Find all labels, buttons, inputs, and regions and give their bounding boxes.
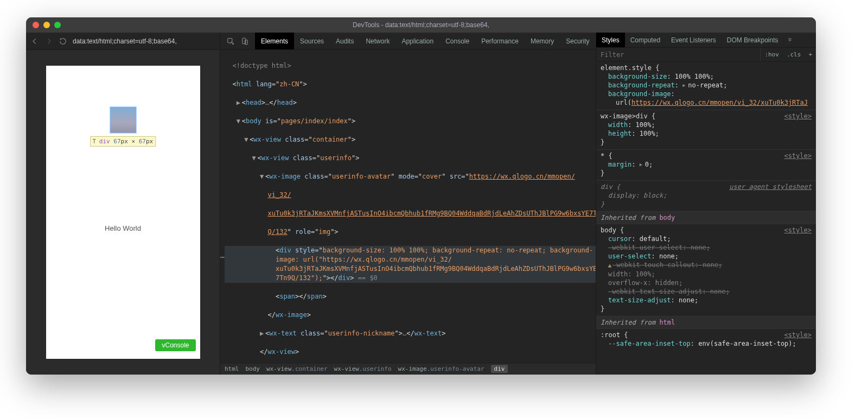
minimize-window-button[interactable] — [43, 22, 50, 28]
tab-audits[interactable]: Audits — [330, 33, 360, 49]
style-rule[interactable]: element.style { background-size: 100% 10… — [596, 62, 816, 110]
styles-panel: Styles Computed Event Listeners DOM Brea… — [596, 33, 816, 375]
breadcrumb-item[interactable]: wx-view.userinfo — [334, 365, 392, 372]
titlebar: DevTools - data:text/html;charset=utf-8;… — [26, 17, 816, 33]
tab-computed[interactable]: Computed — [625, 33, 666, 47]
urlbar: data:text/html;charset=utf-8;base64, — [26, 33, 220, 50]
inherited-header: Inherited from html — [596, 316, 816, 329]
tab-console[interactable]: Console — [439, 33, 475, 49]
filter-row: :hov .cls + — [596, 48, 816, 62]
avatar[interactable] — [110, 107, 136, 133]
filter-input[interactable] — [596, 48, 761, 61]
breadcrumb[interactable]: html body wx-view.container wx-view.user… — [220, 363, 596, 375]
content: data:text/html;charset=utf-8;base64, T d… — [26, 33, 816, 375]
tab-application[interactable]: Application — [395, 33, 439, 49]
reload-icon[interactable] — [59, 37, 67, 46]
dom-tree[interactable]: <!doctype html> <html lang="zh-CN"> ▶<he… — [220, 50, 596, 363]
style-rule[interactable]: user agent stylesheet div { display: blo… — [596, 181, 816, 212]
tab-security[interactable]: Security — [560, 33, 595, 49]
cls-button[interactable]: .cls — [783, 51, 805, 58]
traffic-lights — [26, 22, 61, 28]
preview-panel: data:text/html;charset=utf-8;base64, T d… — [26, 33, 220, 375]
vconsole-button[interactable]: vConsole — [155, 339, 195, 351]
hov-button[interactable]: :hov — [761, 51, 783, 58]
tab-dom-breakpoints[interactable]: DOM Breakpoints — [722, 33, 784, 47]
styles-body[interactable]: element.style { background-size: 100% 10… — [596, 62, 816, 375]
inspect-icon[interactable] — [224, 35, 238, 48]
tab-elements[interactable]: Elements — [255, 33, 294, 49]
url-text: data:text/html;charset=utf-8;base64, — [73, 37, 177, 45]
tab-network[interactable]: Network — [360, 33, 395, 49]
device-area: T div 67px × 67px Hello World vConsole — [26, 50, 220, 375]
tab-memory[interactable]: Memory — [525, 33, 560, 49]
breadcrumb-item-selected[interactable]: div — [491, 365, 508, 373]
dimension-tooltip: T div 67px × 67px — [90, 136, 156, 147]
window-title: DevTools - data:text/html;charset=utf-8;… — [353, 21, 489, 29]
main-toolbar: Elements Sources Audits Network Applicat… — [220, 33, 596, 50]
forward-icon[interactable] — [44, 37, 53, 46]
close-window-button[interactable] — [33, 22, 39, 28]
tool-icons — [220, 35, 255, 48]
tab-event-listeners[interactable]: Event Listeners — [666, 33, 722, 47]
main-tabstrip: Elements Sources Audits Network Applicat… — [255, 33, 596, 49]
more-styles-tabs-icon[interactable] — [783, 33, 796, 47]
tab-sources[interactable]: Sources — [294, 33, 330, 49]
breadcrumb-item[interactable]: wx-image.userinfo-avatar — [398, 365, 484, 372]
style-rule[interactable]: <style> :root { --safe-area-inset-top: e… — [596, 329, 816, 351]
styles-tabstrip: Styles Computed Event Listeners DOM Brea… — [596, 33, 816, 48]
devtools-window: DevTools - data:text/html;charset=utf-8;… — [26, 17, 816, 375]
tab-performance[interactable]: Performance — [475, 33, 525, 49]
style-rule[interactable]: <style> * { margin: ▶0; } — [596, 150, 816, 181]
tab-styles[interactable]: Styles — [596, 33, 625, 47]
hello-text: Hello World — [46, 224, 200, 232]
device-toggle-icon[interactable] — [238, 35, 252, 48]
breadcrumb-item[interactable]: html — [225, 365, 239, 372]
back-icon[interactable] — [30, 37, 39, 46]
breadcrumb-item[interactable]: body — [246, 365, 260, 372]
add-rule-button[interactable]: + — [805, 51, 816, 58]
inherited-header: Inherited from body — [596, 212, 816, 224]
breadcrumb-item[interactable]: wx-view.container — [266, 365, 328, 372]
maximize-window-button[interactable] — [54, 22, 61, 28]
elements-panel: Elements Sources Audits Network Applicat… — [220, 33, 596, 375]
style-rule[interactable]: <style> wx-image>div { width: 100%; heig… — [596, 110, 816, 150]
style-rule[interactable]: <style> body { cursor: default; -webkit-… — [596, 224, 816, 316]
app-preview: T div 67px × 67px Hello World vConsole — [46, 66, 200, 359]
